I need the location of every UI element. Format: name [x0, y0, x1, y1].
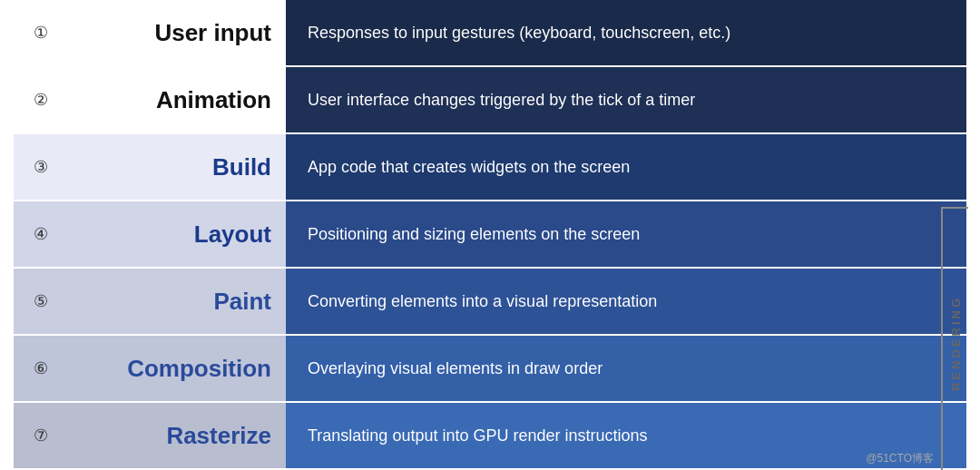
- row-number-5: ⑤: [14, 269, 68, 334]
- row-description-5: Converting elements into a visual repres…: [286, 269, 966, 334]
- row-description-7: Translating output into GPU render instr…: [286, 403, 966, 468]
- row-number-3: ③: [14, 134, 68, 200]
- row-label-3: Build: [68, 134, 286, 200]
- row-description-4: Positioning and sizing elements on the s…: [286, 201, 966, 267]
- row-description-2: User interface changes triggered by the …: [286, 67, 966, 132]
- pipeline-row-1: ① User input Responses to input gestures…: [14, 0, 966, 67]
- pipeline-table: ① User input Responses to input gestures…: [14, 0, 966, 470]
- content-area: ① User input Responses to input gestures…: [14, 0, 966, 470]
- row-label-5: Paint: [68, 269, 286, 334]
- pipeline-row-3: ③ Build App code that creates widgets on…: [14, 134, 966, 201]
- row-number-7: ⑦: [14, 403, 68, 468]
- pipeline-row-2: ② Animation User interface changes trigg…: [14, 67, 966, 134]
- pipeline-row-6: ⑥ Composition Overlaying visual elements…: [14, 336, 966, 403]
- watermark: @51CTO博客: [866, 451, 934, 466]
- row-description-1: Responses to input gestures (keyboard, t…: [286, 0, 966, 65]
- rendering-label: RENDERING: [949, 296, 963, 391]
- row-number-4: ④: [14, 201, 68, 267]
- row-number-2: ②: [14, 67, 68, 132]
- main-container: ① User input Responses to input gestures…: [0, 0, 980, 470]
- row-description-6: Overlaying visual elements in draw order: [286, 336, 966, 401]
- pipeline-row-4: ④ Layout Positioning and sizing elements…: [14, 201, 966, 269]
- row-description-3: App code that creates widgets on the scr…: [286, 134, 966, 200]
- rendering-sidebar: RENDERING: [941, 207, 968, 470]
- row-label-4: Layout: [68, 201, 286, 267]
- row-label-1: User input: [68, 0, 286, 65]
- pipeline-row-7: ⑦ Rasterize Translating output into GPU …: [14, 403, 966, 470]
- row-label-7: Rasterize: [68, 403, 286, 468]
- row-number-6: ⑥: [14, 336, 68, 401]
- pipeline-row-5: ⑤ Paint Converting elements into a visua…: [14, 269, 966, 336]
- row-number-1: ①: [14, 0, 68, 65]
- row-label-2: Animation: [68, 67, 286, 132]
- row-label-6: Composition: [68, 336, 286, 401]
